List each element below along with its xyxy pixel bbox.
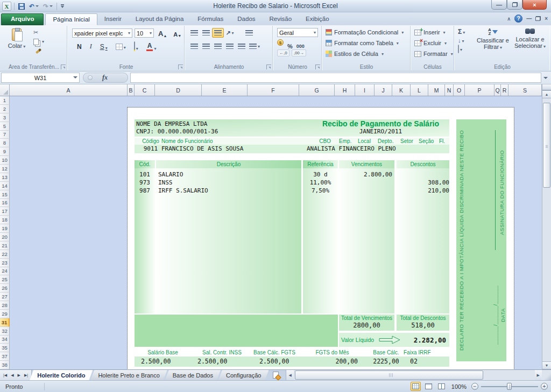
- row-header[interactable]: 12: [0, 165, 10, 173]
- zoom-slider[interactable]: [481, 383, 538, 390]
- horizontal-scroll-thumb[interactable]: [295, 370, 483, 380]
- page-break-view-button[interactable]: [436, 382, 447, 391]
- undo-button[interactable]: ↶: [28, 3, 40, 10]
- row-header[interactable]: 15: [0, 190, 10, 199]
- horizontal-scroll-track[interactable]: [294, 370, 535, 380]
- cell-styles-button[interactable]: Estilos de Célula: [326, 51, 384, 57]
- row-header[interactable]: 3: [0, 113, 10, 122]
- page-layout-view-button[interactable]: [423, 382, 434, 391]
- grow-font-button[interactable]: A▲: [156, 28, 169, 38]
- row-header[interactable]: 1: [0, 96, 10, 105]
- sheet-grid[interactable]: 1235789101213141516171819202122232425262…: [0, 96, 542, 369]
- row-header[interactable]: 24: [0, 267, 10, 276]
- first-sheet-button[interactable]: |◀: [2, 372, 9, 379]
- cut-button[interactable]: ✂: [32, 28, 45, 37]
- autosum-button[interactable]: Σ: [458, 28, 465, 35]
- sheet-tab[interactable]: Configuração: [218, 370, 269, 380]
- resize-corner[interactable]: [542, 370, 551, 380]
- find-select-button[interactable]: Localizar e Selecionar: [512, 27, 548, 51]
- font-size-combo[interactable]: 10: [135, 28, 154, 38]
- format-as-table-button[interactable]: Formatar como Tabela: [326, 40, 399, 46]
- row-header[interactable]: 26: [0, 284, 10, 293]
- insert-cells-button[interactable]: Inserir: [414, 29, 446, 35]
- clear-button[interactable]: [458, 45, 465, 53]
- vertical-scrollbar[interactable]: ▲ ▼: [542, 84, 551, 369]
- align-center-button[interactable]: [200, 41, 212, 51]
- payslip-page[interactable]: NOME DA EMPRESA LTDA CNPJ: 00.000.000/00…: [128, 108, 514, 369]
- sheet-tab[interactable]: Holerite Preto e Branco: [90, 370, 167, 380]
- comma-style-button[interactable]: 000: [296, 44, 305, 49]
- save-button[interactable]: [17, 3, 26, 10]
- decrease-decimal-button[interactable]: ,00→: [292, 49, 306, 56]
- scroll-right-button[interactable]: ▶: [535, 370, 542, 380]
- row-header[interactable]: 28: [0, 301, 10, 310]
- column-header[interactable]: D: [155, 84, 202, 96]
- column-header[interactable]: K: [392, 84, 411, 96]
- horizontal-scrollbar[interactable]: ◀ ▶: [286, 370, 542, 380]
- workbook-minimize-button[interactable]: —: [526, 16, 532, 22]
- help-button[interactable]: ?: [514, 15, 522, 23]
- italic-button[interactable]: I: [88, 42, 94, 51]
- column-header[interactable]: F: [248, 84, 299, 96]
- row-header[interactable]: 16: [0, 199, 10, 208]
- column-header[interactable]: B: [128, 84, 135, 96]
- fill-color-button[interactable]: [132, 42, 140, 51]
- insert-function-button[interactable]: fx: [102, 74, 108, 82]
- row-header[interactable]: 27: [0, 293, 10, 301]
- scroll-up-button[interactable]: ▲: [542, 90, 551, 98]
- align-right-button[interactable]: [212, 41, 224, 51]
- copy-button[interactable]: [32, 37, 45, 46]
- column-header[interactable]: H: [335, 84, 355, 96]
- ribbon-tab[interactable]: Exibição: [299, 13, 336, 25]
- clipboard-dialog-launcher-icon[interactable]: [61, 65, 66, 69]
- column-header[interactable]: C: [135, 84, 155, 96]
- font-color-button[interactable]: A: [144, 42, 159, 51]
- row-header[interactable]: 23: [0, 259, 10, 267]
- row-header[interactable]: 7: [0, 131, 10, 139]
- close-button[interactable]: ×: [522, 0, 547, 10]
- restore-button[interactable]: [507, 0, 522, 10]
- zoom-out-button[interactable]: −: [471, 383, 478, 390]
- align-top-button[interactable]: [188, 28, 200, 38]
- name-box-dropdown-icon[interactable]: [73, 76, 77, 79]
- redo-button[interactable]: ↷: [42, 3, 54, 10]
- workbook-close-button[interactable]: ×: [545, 16, 548, 22]
- excel-logo-icon[interactable]: X: [2, 2, 11, 11]
- expand-formula-bar-icon[interactable]: [543, 77, 548, 79]
- row-header[interactable]: 10: [0, 156, 10, 165]
- row-header[interactable]: 38: [0, 361, 10, 369]
- zoom-in-button[interactable]: +: [541, 383, 548, 390]
- number-dialog-launcher-icon[interactable]: [315, 65, 320, 69]
- customize-qat-button[interactable]: [60, 4, 65, 9]
- ribbon-tab[interactable]: Layout da Página: [129, 13, 191, 25]
- row-header[interactable]: 19: [0, 224, 10, 233]
- percent-style-button[interactable]: %: [287, 43, 293, 49]
- row-header[interactable]: 37: [0, 352, 10, 361]
- ribbon-tab[interactable]: Fórmulas: [190, 13, 230, 25]
- name-box[interactable]: W31: [1, 73, 80, 83]
- sheet-tab[interactable]: Holerite Colorido: [30, 370, 93, 380]
- sheet-tab[interactable]: Base de Dados: [165, 370, 221, 380]
- font-dialog-launcher-icon[interactable]: [178, 65, 183, 69]
- align-left-button[interactable]: [188, 41, 200, 51]
- ribbon-tab[interactable]: Arquivo: [1, 13, 44, 25]
- column-header[interactable]: I: [355, 84, 375, 96]
- row-header[interactable]: 25: [0, 275, 10, 284]
- row-header[interactable]: 35: [0, 344, 10, 352]
- split-handle[interactable]: [542, 84, 551, 90]
- paste-button[interactable]: Colar: [5, 28, 28, 49]
- ribbon-tab[interactable]: Dados: [230, 13, 262, 25]
- column-header[interactable]: L: [411, 84, 428, 96]
- ribbon-tab[interactable]: Revisão: [263, 13, 299, 25]
- select-all-corner[interactable]: [0, 84, 10, 96]
- workbook-restore-button[interactable]: [535, 16, 541, 21]
- row-header[interactable]: 34: [0, 336, 10, 344]
- delete-cells-button[interactable]: Excluir: [414, 40, 447, 46]
- conditional-formatting-button[interactable]: Formatação Condicional: [326, 29, 404, 35]
- column-header[interactable]: P: [465, 84, 495, 96]
- zoom-slider-thumb[interactable]: [507, 383, 512, 390]
- row-header[interactable]: 14: [0, 182, 10, 190]
- ribbon-tab[interactable]: Página Inicial: [45, 13, 97, 25]
- shrink-font-button[interactable]: A▼: [171, 28, 183, 38]
- column-header[interactable]: R: [501, 84, 508, 96]
